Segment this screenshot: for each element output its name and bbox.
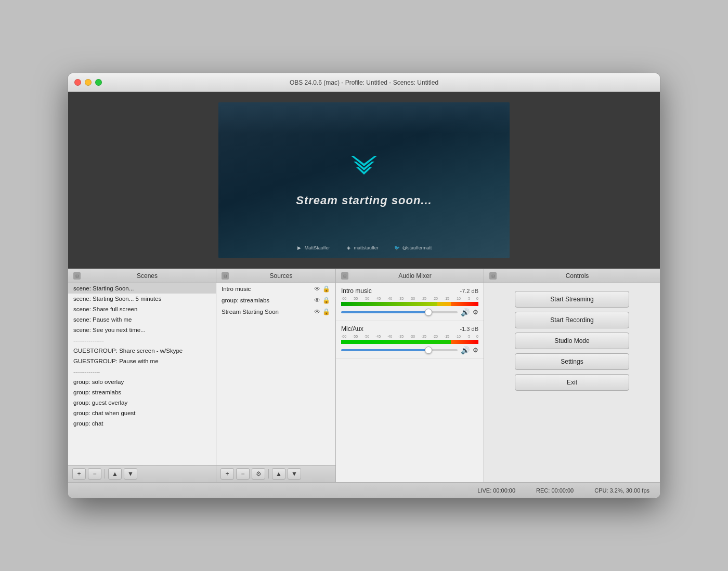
list-item: ---------------- [68,335,216,346]
gear-icon-intro[interactable]: ⚙ [473,309,478,316]
volume-thumb-intro [425,309,432,316]
list-item[interactable]: Intro music 👁 🔒 [216,283,335,295]
scenes-toolbar: + − ▲ ▼ [68,465,216,482]
audio-controls-mic: 🔊 ⚙ [341,346,478,354]
eye-icon[interactable]: 👁 [314,285,320,293]
sources-up-button[interactable]: ▲ [272,468,285,480]
statusbar: LIVE: 00:00:00 REC: 00:00:00 CPU: 3.2%, … [68,482,660,498]
controls-header: ⊟ Controls [484,269,660,283]
lock-icon[interactable]: 🔒 [322,308,330,315]
scenes-add-button[interactable]: + [72,468,86,480]
list-item[interactable]: scene: Starting Soon... 5 minutes [68,294,216,304]
minimize-button[interactable] [85,79,92,86]
preview-area: Stream starting soon... ▶ MattStauffer ◈… [68,92,660,269]
audio-meter-intro [341,302,478,306]
sources-down-button[interactable]: ▼ [288,468,301,480]
controls-title: Controls [500,272,655,280]
list-item[interactable]: group: guest overlay [68,397,216,408]
meter-scale-mic: -60-55-50-45-40-35-30-25-20-15-10-50 [341,335,478,338]
rec-status: REC: 00:00:00 [536,487,574,494]
list-item[interactable]: GUESTGROUP: Share screen - w/Skype [68,346,216,356]
lock-icon[interactable]: 🔒 [322,285,330,293]
toolbar-separator [105,469,105,479]
eye-icon[interactable]: 👁 [314,297,320,304]
audio-mixer-title: Audio Mixer [352,272,478,280]
stream-status-text: Stream starting soon... [296,194,432,207]
scenes-remove-button[interactable]: − [88,468,101,480]
list-item[interactable]: Stream Starting Soon 👁 🔒 [216,306,335,317]
list-item[interactable]: scene: Pause with me [68,314,216,325]
audio-channel-mic-header: Mic/Aux -1.3 dB [341,325,478,333]
panels-row: ⊟ Scenes scene: Starting Soon... scene: … [68,269,660,482]
source-label: Intro music [222,286,251,292]
close-button[interactable] [74,79,81,86]
audio-mixer-header: ⊟ Audio Mixer [336,269,484,283]
scenes-down-button[interactable]: ▼ [124,468,137,480]
settings-button[interactable]: Settings [515,353,629,370]
list-item[interactable]: group: chat [68,418,216,429]
gear-icon-mic[interactable]: ⚙ [473,347,478,354]
twitch-icon: ◈ [346,245,352,251]
volume-slider-intro[interactable] [341,311,458,313]
scenes-lock-icon: ⊟ [73,272,81,280]
list-item[interactable]: GUESTGROUP: Pause with me [68,356,216,366]
list-item: -------------- [68,366,216,377]
youtube-icon: ▶ [296,245,303,251]
list-item[interactable]: scene: Share full screen [68,304,216,314]
list-item[interactable]: group: chat when guest [68,408,216,418]
source-icons: 👁 🔒 [314,297,330,304]
list-item[interactable]: scene: Starting Soon... [68,283,216,294]
source-icons: 👁 🔒 [314,308,330,315]
list-item[interactable]: scene: See you next time... [68,325,216,335]
source-label: Stream Starting Soon [222,309,279,315]
audio-channel-intro-name: Intro music [341,287,372,295]
twitter-handle: @stauffermatt [402,245,432,250]
list-item[interactable]: group: streamlabs [68,387,216,397]
audio-channel-intro-header: Intro music -7.2 dB [341,287,478,295]
twitch-handle: mattstauffer [354,245,379,250]
audio-channel-mic-name: Mic/Aux [341,325,363,333]
sources-title: Sources [232,272,330,280]
sources-lock-icon: ⊟ [222,272,229,280]
sources-add-button[interactable]: + [220,468,234,480]
social-links: ▶ MattStauffer ◈ mattstauffer 🐦 @stauffe… [296,245,432,251]
exit-button[interactable]: Exit [515,374,629,391]
controls-content: Start Streaming Start Recording Studio M… [484,283,660,482]
list-item[interactable]: group: solo overlay [68,377,216,387]
lock-icon[interactable]: 🔒 [322,297,330,304]
live-status: LIVE: 00:00:00 [477,487,515,494]
twitter-social: 🐦 @stauffermatt [394,245,432,251]
window-title: OBS 24.0.6 (mac) - Profile: Untitled - S… [290,79,438,86]
speaker-icon-mic[interactable]: 🔊 [461,346,470,354]
scenes-up-button[interactable]: ▲ [108,468,122,480]
sources-remove-button[interactable]: − [236,468,250,480]
twitter-icon: 🐦 [394,245,400,251]
obs-window: OBS 24.0.6 (mac) - Profile: Untitled - S… [68,73,660,498]
studio-mode-button[interactable]: Studio Mode [515,333,629,349]
cpu-status: CPU: 3.2%, 30.00 fps [594,487,649,494]
volume-slider-mic[interactable] [341,349,458,351]
window-controls [74,79,102,86]
sources-panel: ⊟ Sources Intro music 👁 🔒 group: streaml… [216,269,336,482]
sources-settings-button[interactable]: ⚙ [252,468,265,480]
audio-lock-icon: ⊟ [341,272,348,280]
start-recording-button[interactable]: Start Recording [515,312,629,328]
speaker-icon-intro[interactable]: 🔊 [461,308,470,316]
meter-scale: -60-55-50-45-40-35-30-25-20-15-10-50 [341,297,478,300]
audio-channel-mic: Mic/Aux -1.3 dB -60-55-50-45-40-35-30-25… [336,321,484,359]
list-item[interactable]: group: streamlabs 👁 🔒 [216,295,335,306]
audio-channel-mic-db: -1.3 dB [460,326,478,332]
stream-logo [348,153,380,183]
meter-red-mic [451,340,478,344]
meter-level-mic [341,340,451,344]
start-streaming-button[interactable]: Start Streaming [515,291,629,308]
volume-thumb-mic [425,347,432,354]
audio-mixer-panel: ⊟ Audio Mixer Intro music -7.2 dB -60-55… [336,269,484,482]
audio-mixer-content: Intro music -7.2 dB -60-55-50-45-40-35-3… [336,283,484,482]
meter-level [341,302,437,306]
maximize-button[interactable] [95,79,102,86]
scenes-panel: ⊟ Scenes scene: Starting Soon... scene: … [68,269,216,482]
scenes-list[interactable]: scene: Starting Soon... scene: Starting … [68,283,216,465]
sources-list[interactable]: Intro music 👁 🔒 group: streamlabs 👁 🔒 St… [216,283,335,465]
eye-icon[interactable]: 👁 [314,308,320,315]
